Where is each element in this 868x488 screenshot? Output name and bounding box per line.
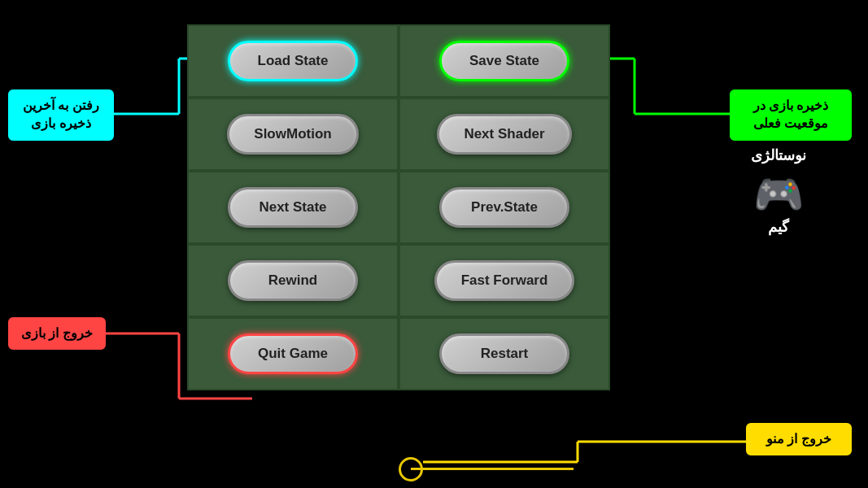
red-label-text: خروج از بازی [21,326,93,340]
green-label: ذخیره بازی درموقعیت فعلی [730,89,852,141]
controller-icon: 🎮 [722,171,835,218]
red-label: خروج از بازی [8,317,106,350]
restart-button[interactable]: Restart [439,333,569,374]
row-1: Load State Save State [187,24,610,98]
prev-state-button[interactable]: Prev.State [439,187,569,228]
row-4: Rewind Fast Forward [187,244,610,317]
cell-restart: Restart [399,317,610,390]
cell-load-state: Load State [187,24,399,98]
bottom-line [411,468,574,470]
green-label-text: ذخیره بازی درموقعیت فعلی [753,98,829,130]
slow-motion-button[interactable]: SlowMotion [227,114,358,155]
save-state-button[interactable]: Save State [439,41,569,81]
logo-bottom-text: گیم [722,218,835,236]
cell-save-state: Save State [399,24,610,98]
row-5: Quit Game Restart [187,317,610,390]
cyan-label: رفتن به آخرینذخیره بازی [8,89,114,141]
fast-forward-button[interactable]: Fast Forward [434,260,575,301]
next-state-button[interactable]: Next State [228,187,358,228]
cell-quit-game: Quit Game [187,317,399,390]
cell-rewind: Rewind [187,244,399,317]
yellow-label-text: خروج از منو [766,432,831,446]
logo-area: نوستالژی 🎮 گیم [722,146,835,236]
cell-prev-state: Prev.State [399,171,610,244]
yellow-label: خروج از منو [746,423,852,455]
cell-next-state: Next State [187,171,399,244]
next-shader-button[interactable]: Next Shader [437,114,571,155]
cell-fast-forward: Fast Forward [399,244,610,317]
cyan-label-text: رفتن به آخرینذخیره بازی [23,98,99,130]
cell-next-shader: Next Shader [399,98,610,171]
quit-game-button[interactable]: Quit Game [228,333,358,374]
row-2: SlowMotion Next Shader [187,98,610,171]
main-grid: Load State Save State SlowMotion Next Sh… [187,24,610,390]
rewind-button[interactable]: Rewind [228,260,358,301]
load-state-button[interactable]: Load State [228,41,358,81]
logo-top-text: نوستالژی [722,146,835,164]
cell-slow-motion: SlowMotion [187,98,399,171]
row-3: Next State Prev.State [187,171,610,244]
